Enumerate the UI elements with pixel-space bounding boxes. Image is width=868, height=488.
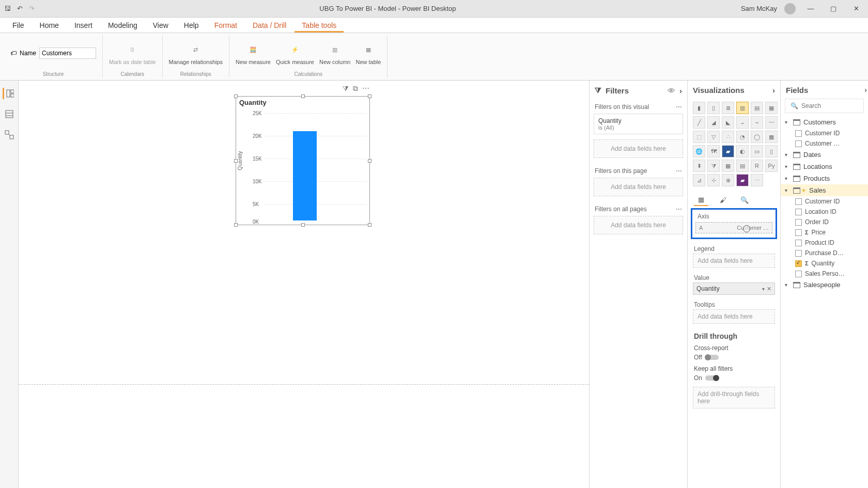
analytics-tab-button[interactable]: 🔍 xyxy=(737,194,752,206)
field-purchase-date[interactable]: Purchase D… xyxy=(781,248,868,258)
viz-table-icon[interactable]: ▦ xyxy=(722,160,734,172)
table-locations[interactable]: ▾Locations xyxy=(781,161,868,172)
viz-decomposition-icon[interactable]: ⊹ xyxy=(707,174,720,186)
collapse-icon[interactable]: › xyxy=(772,86,775,95)
keep-filters-toggle[interactable]: On xyxy=(694,374,719,382)
value-well[interactable]: Quantity ▾ ✕ xyxy=(693,282,775,295)
tab-file[interactable]: File xyxy=(5,18,32,33)
tab-view[interactable]: View xyxy=(146,18,176,33)
quick-measure-button[interactable]: ⚡ Quick measure xyxy=(276,41,314,65)
focus-mode-icon[interactable]: ⧉ xyxy=(353,84,358,93)
chart-visual[interactable]: ⧩ ⧉ ⋯ Quantity Quantity 25K 20K 15K 10K … xyxy=(236,96,370,225)
user-name[interactable]: Sam McKay xyxy=(741,5,777,12)
chevron-down-icon[interactable]: ▾ xyxy=(762,286,765,292)
field-product-id[interactable]: Product ID xyxy=(781,238,868,248)
viz-pie-icon[interactable]: ◔ xyxy=(736,131,749,143)
viz-matrix-icon[interactable]: ▤ xyxy=(736,160,749,172)
field-sales-customer-id[interactable]: Customer ID xyxy=(781,196,868,207)
filter-card-quantity[interactable]: Quantity is (All) xyxy=(594,114,683,134)
fields-tab-button[interactable]: ▦ xyxy=(694,194,708,206)
viz-waterfall-icon[interactable]: ⬚ xyxy=(693,131,705,143)
viz-scatter-icon[interactable]: ∴ xyxy=(722,131,734,143)
new-table-button[interactable]: ▦ New table xyxy=(355,41,381,65)
viz-line-column-icon[interactable]: ⫠ xyxy=(736,116,749,129)
viz-stacked-column-icon[interactable]: ▯ xyxy=(707,102,720,114)
tab-insert[interactable]: Insert xyxy=(67,18,100,33)
visual-filter-well[interactable]: Add data fields here xyxy=(594,139,683,158)
data-view-button[interactable] xyxy=(4,108,15,120)
viz-line-clustered-icon[interactable]: ⫟ xyxy=(751,116,763,129)
field-order-id[interactable]: Order ID xyxy=(781,217,868,227)
viz-line-icon[interactable]: ╱ xyxy=(693,116,705,129)
manage-relationships-button[interactable]: ⇄ Manage relationships xyxy=(169,41,223,65)
report-view-button[interactable] xyxy=(3,88,14,99)
field-customer-id[interactable]: Customer ID xyxy=(781,128,868,138)
minimize-button[interactable]: — xyxy=(803,5,818,12)
tab-data-drill[interactable]: Data / Drill xyxy=(245,18,293,33)
tab-home[interactable]: Home xyxy=(33,18,66,33)
viz-donut-icon[interactable]: ◯ xyxy=(751,131,763,143)
viz-key-influencers-icon[interactable]: ⊿ xyxy=(693,174,705,186)
more-options-icon[interactable]: ⋯ xyxy=(362,84,369,93)
field-customer-name[interactable]: Customer … xyxy=(781,138,868,149)
tab-format[interactable]: Format xyxy=(207,18,244,33)
tab-modeling[interactable]: Modeling xyxy=(101,18,145,33)
table-dates[interactable]: ▾Dates xyxy=(781,149,868,161)
viz-r-icon[interactable]: R xyxy=(751,160,763,172)
viz-qa-icon[interactable]: ⊕ xyxy=(722,174,734,186)
table-customers[interactable]: ▾ Customers xyxy=(781,116,868,128)
more-icon[interactable]: ⋯ xyxy=(676,167,682,175)
viz-stacked-bar-icon[interactable]: ▮ xyxy=(693,102,705,114)
close-button[interactable]: ✕ xyxy=(848,5,864,12)
redo-icon[interactable]: ↷ xyxy=(29,5,35,12)
restore-button[interactable]: ▢ xyxy=(826,5,841,12)
field-price[interactable]: ΣPrice xyxy=(781,227,868,238)
viz-stacked-area-icon[interactable]: ◣ xyxy=(722,116,734,129)
save-icon[interactable]: 🖫 xyxy=(4,5,11,12)
legend-well[interactable]: Add data fields here xyxy=(693,254,775,268)
field-quantity[interactable]: ΣQuantity xyxy=(781,258,868,269)
viz-100-column-icon[interactable]: ▦ xyxy=(765,102,778,114)
format-tab-button[interactable]: 🖌 xyxy=(716,194,730,206)
viz-clustered-column-icon[interactable]: ▥ xyxy=(736,102,749,114)
new-column-button[interactable]: ▥ New column xyxy=(319,41,351,65)
viz-funnel-icon[interactable]: ▽ xyxy=(707,131,720,143)
page-filter-well[interactable]: Add data fields here xyxy=(594,178,683,196)
viz-kpi-icon[interactable]: ⬍ xyxy=(693,160,705,172)
table-name-input[interactable] xyxy=(39,48,96,59)
model-view-button[interactable] xyxy=(4,129,15,140)
more-icon[interactable]: ⋯ xyxy=(676,206,682,213)
avatar[interactable] xyxy=(784,3,796,14)
table-products[interactable]: ▾Products xyxy=(781,172,868,184)
viz-py-icon[interactable]: Py xyxy=(765,160,778,172)
more-icon[interactable]: ⋯ xyxy=(676,103,682,111)
viz-filled-map-icon[interactable]: 🗺 xyxy=(707,145,720,158)
remove-icon[interactable]: ✕ xyxy=(767,286,771,292)
tooltips-well[interactable]: Add data fields here xyxy=(693,309,775,324)
axis-drop-well[interactable]: A Customer … xyxy=(695,222,772,233)
fields-search[interactable]: 🔍 Search xyxy=(785,99,864,113)
viz-map-icon[interactable]: 🌐 xyxy=(693,145,705,158)
collapse-icon[interactable]: › xyxy=(679,86,682,95)
viz-clustered-bar-icon[interactable]: ≣ xyxy=(722,102,734,114)
field-sales-person[interactable]: Sales Perso… xyxy=(781,269,868,279)
new-measure-button[interactable]: 🧮 New measure xyxy=(236,41,271,65)
viz-treemap-icon[interactable]: ▩ xyxy=(765,131,778,143)
drill-through-well[interactable]: Add drill-through fields here xyxy=(693,387,775,408)
tab-help[interactable]: Help xyxy=(177,18,206,33)
viz-shape-map-icon[interactable]: ▰ xyxy=(722,145,734,158)
viz-paginated-icon[interactable]: ▰ xyxy=(736,174,749,186)
viz-slicer-icon[interactable]: ⧩ xyxy=(707,160,720,172)
viz-area-icon[interactable]: ◢ xyxy=(707,116,720,129)
report-canvas[interactable]: ⧩ ⧉ ⋯ Quantity Quantity 25K 20K 15K 10K … xyxy=(19,81,589,488)
viz-more-icon[interactable]: ⋯ xyxy=(751,174,763,186)
filter-icon[interactable]: ⧩ xyxy=(343,84,349,93)
field-location-id[interactable]: Location ID xyxy=(781,207,868,217)
viz-multi-card-icon[interactable]: ▯ xyxy=(765,145,778,158)
viz-gauge-icon[interactable]: ◐ xyxy=(736,145,749,158)
table-salespeople[interactable]: ▾Salespeople xyxy=(781,279,868,291)
all-filter-well[interactable]: Add data fields here xyxy=(594,216,683,234)
eye-icon[interactable]: 👁 xyxy=(668,86,675,95)
collapse-icon[interactable]: › xyxy=(864,86,867,94)
viz-100-bar-icon[interactable]: ▤ xyxy=(751,102,763,114)
